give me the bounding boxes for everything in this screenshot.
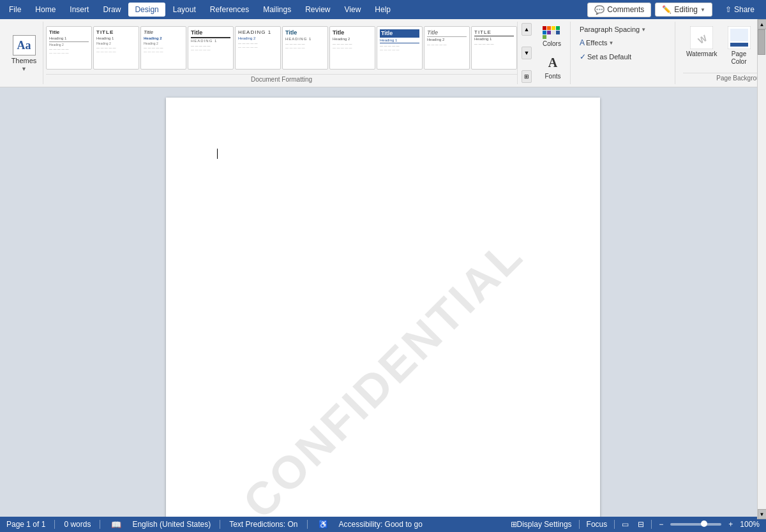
paragraph-spacing-group: Paragraph Spacing ▼ A Effects ▼ ✓ Set as… xyxy=(573,22,675,84)
zoom-level: 100% xyxy=(740,520,760,529)
zoom-out-button[interactable]: − xyxy=(657,519,665,529)
accessibility-status: Accessibility: Good to go xyxy=(339,520,423,529)
display-settings-button[interactable]: ⊞ Display Settings xyxy=(509,519,574,529)
menu-review[interactable]: Review xyxy=(299,3,336,17)
gallery-down-arrow[interactable]: ▼ xyxy=(522,47,532,59)
zoom-in-button[interactable]: + xyxy=(726,519,735,529)
pencil-icon: ✏️ xyxy=(662,5,672,14)
svg-rect-4 xyxy=(730,43,748,47)
themes-button[interactable]: Aa Themes xyxy=(8,34,41,66)
colors-fonts-group: Colors A Fonts xyxy=(536,22,571,84)
gallery-scroll: ▲ ▼ ⊞ xyxy=(520,22,533,84)
proofing-icon: 📖 xyxy=(111,520,121,529)
style-basic-simple[interactable]: HEADING 1 Heading 2 — — — — — — — — — — xyxy=(235,26,281,70)
style-lines-stylish[interactable]: Title HEADING 1 — — — — — — — — — — xyxy=(188,26,234,70)
style-basic-2[interactable]: Title Heading 2 Heading 2 — — — — — — — … xyxy=(140,26,186,70)
style-heading1[interactable]: TITLE Heading 1 — — — — — xyxy=(471,26,517,70)
share-button[interactable]: ⇧ Share xyxy=(716,3,763,17)
page-info: Page 1 of 1 xyxy=(6,520,45,529)
editing-button[interactable]: ✏️ Editing ▼ xyxy=(655,3,712,17)
chevron-down-icon: ▼ xyxy=(700,7,705,13)
zoom-slider[interactable] xyxy=(670,523,721,526)
web-layout-icon: ⊟ xyxy=(638,520,644,529)
menu-draw[interactable]: Draw xyxy=(96,3,127,17)
style-lines-2[interactable]: Title Heading 2 — — — — — xyxy=(424,26,470,70)
zoom-thumb[interactable] xyxy=(701,521,707,527)
themes-icon: Aa xyxy=(13,35,36,55)
scroll-down-arrow[interactable]: ▼ xyxy=(758,509,767,517)
paragraph-spacing-button[interactable]: Paragraph Spacing ▼ xyxy=(577,24,671,34)
checkmark-icon: ✓ xyxy=(580,52,586,61)
effects-button[interactable]: A Effects ▼ xyxy=(577,37,671,48)
fonts-button[interactable]: A Fonts xyxy=(539,52,566,82)
page-background-label: Page Background xyxy=(683,73,766,82)
text-cursor xyxy=(217,149,218,159)
word-count: 0 words xyxy=(64,520,91,529)
status-bar: Page 1 of 1 0 words 📖 English (United St… xyxy=(0,517,766,532)
page-background-group: W Watermark xyxy=(678,22,766,84)
menu-view[interactable]: View xyxy=(338,3,368,17)
document-page[interactable]: CONFIDENTIAL xyxy=(166,98,600,517)
gallery-up-arrow[interactable]: ▲ xyxy=(522,23,532,36)
menu-home[interactable]: Home xyxy=(29,3,62,17)
accessibility-icon[interactable]: ♿ xyxy=(317,519,330,529)
set-as-default-button[interactable]: ✓ Set as Default xyxy=(577,51,671,63)
watermark-text: CONFIDENTIAL xyxy=(233,228,534,517)
accessibility-check-icon: ♿ xyxy=(319,520,328,529)
focus-button[interactable]: Focus xyxy=(585,519,610,529)
vertical-scrollbar[interactable]: ▲ ▼ xyxy=(757,87,766,517)
gallery-expand-arrow[interactable]: ⊞ xyxy=(522,70,532,83)
paragraph-spacing-dropdown-arrow: ▼ xyxy=(641,27,646,33)
chevron-down-icon-themes: ▼ xyxy=(21,66,27,72)
menu-bar: File Home Insert Draw Design Layout Refe… xyxy=(0,0,766,19)
style-lines-simple[interactable]: Title HEADING 1 — — — — — — — — — — xyxy=(282,26,328,70)
style-shaded[interactable]: Title Heading 1 — — — — — — — — — — xyxy=(377,26,423,70)
svg-rect-3 xyxy=(730,29,748,41)
ribbon: Aa Themes ▼ Title Heading 1 Heading 2 — … xyxy=(0,19,766,87)
effects-dropdown-arrow: ▼ xyxy=(608,40,613,46)
print-layout-icon: ▭ xyxy=(622,520,629,529)
share-icon: ⇧ xyxy=(725,5,732,14)
colors-icon xyxy=(543,26,560,39)
document-formatting-label: Document Formatting xyxy=(46,74,517,84)
colors-button[interactable]: Colors xyxy=(539,24,564,49)
language: English (United States) xyxy=(132,520,211,529)
fonts-icon: A xyxy=(543,54,563,71)
page-color-button[interactable]: PageColor xyxy=(725,24,754,68)
watermark-button[interactable]: W Watermark xyxy=(683,24,721,60)
style-no-spacing[interactable]: TITLE Heading 1 Heading 2 — — — — — — — … xyxy=(93,26,139,70)
menu-file[interactable]: File xyxy=(3,3,27,17)
text-predictions: Text Predictions: On xyxy=(229,520,297,529)
page-color-icon xyxy=(728,26,751,49)
menu-design[interactable]: Design xyxy=(128,3,165,17)
style-normal[interactable]: Title Heading 1 Heading 2 — — — — — — — … xyxy=(46,26,92,70)
document-area: ▲ ▼ CONFIDENTIAL xyxy=(0,87,766,517)
comments-button[interactable]: 💬 Comments xyxy=(587,3,651,17)
proofing-icon-btn[interactable]: 📖 xyxy=(109,519,123,530)
menu-layout[interactable]: Layout xyxy=(167,3,202,17)
style-gallery: Title Heading 1 Heading 2 — — — — — — — … xyxy=(46,22,518,84)
web-layout-button[interactable]: ⊟ xyxy=(636,519,646,529)
menu-mailings[interactable]: Mailings xyxy=(257,3,297,17)
display-settings-icon: ⊞ xyxy=(511,520,517,529)
themes-group: Aa Themes ▼ xyxy=(5,22,43,84)
menu-insert[interactable]: Insert xyxy=(63,3,95,17)
menu-references[interactable]: References xyxy=(204,3,255,17)
print-layout-button[interactable]: ▭ xyxy=(620,519,631,529)
comment-icon: 💬 xyxy=(594,5,605,15)
effects-icon: A xyxy=(580,38,585,47)
watermark-icon: W xyxy=(690,26,713,49)
menu-help[interactable]: Help xyxy=(368,3,397,17)
style-title[interactable]: Title Heading 2 — — — — — — — — — — xyxy=(329,26,375,70)
